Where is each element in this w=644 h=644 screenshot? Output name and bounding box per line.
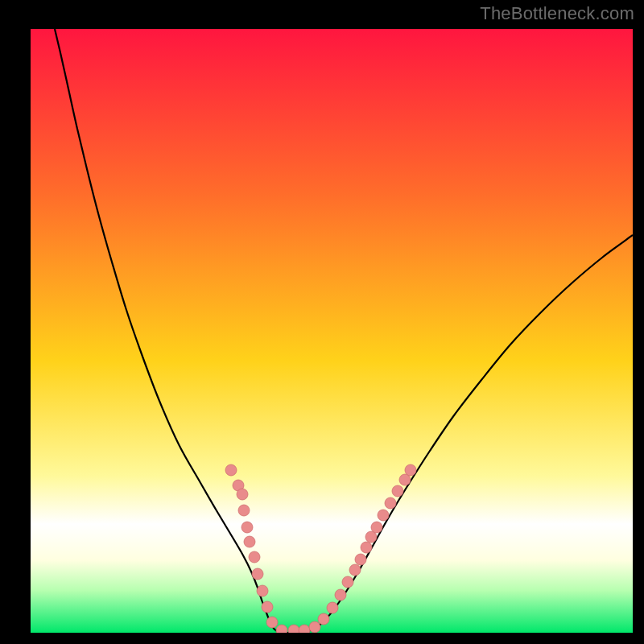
marker-dot	[371, 522, 382, 533]
marker-dot	[237, 489, 248, 500]
marker-dot	[249, 551, 260, 563]
marker-dot	[335, 589, 346, 601]
marker-dot	[365, 531, 377, 543]
marker-dot	[225, 464, 237, 476]
marker-dot	[349, 564, 361, 576]
marker-dot	[244, 536, 255, 547]
bottleneck-plot	[0, 0, 644, 644]
plot-background	[31, 29, 633, 633]
marker-dot	[342, 576, 353, 588]
marker-dot	[276, 625, 287, 636]
marker-dot	[262, 601, 273, 613]
marker-dot	[299, 625, 310, 636]
marker-dot	[392, 485, 403, 497]
marker-dot	[242, 522, 253, 533]
marker-dot	[288, 625, 299, 636]
marker-dot	[238, 505, 250, 516]
marker-dot	[399, 474, 411, 485]
marker-dot	[309, 621, 320, 633]
marker-dot	[327, 602, 338, 613]
marker-dot	[257, 585, 268, 597]
chart-frame: TheBottleneck.com	[0, 0, 644, 644]
marker-dot	[266, 617, 278, 628]
marker-dot	[252, 568, 263, 580]
marker-dot	[385, 497, 396, 509]
marker-dot	[318, 613, 329, 625]
marker-dot	[361, 542, 372, 553]
marker-dot	[355, 554, 366, 565]
marker-dot	[405, 464, 416, 476]
watermark-text: TheBottleneck.com	[480, 3, 634, 24]
marker-dot	[378, 510, 389, 521]
